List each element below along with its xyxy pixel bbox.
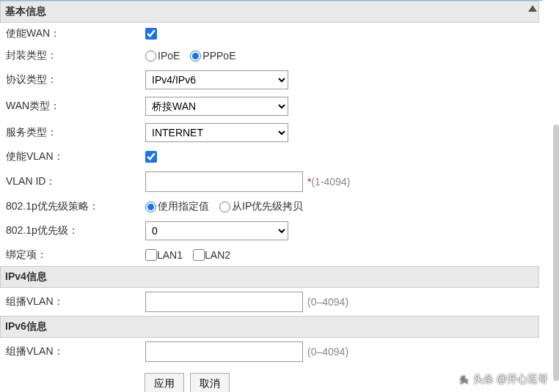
label-protocol: 协议类型： (6, 73, 145, 86)
section-ipv4-info: IPv4信息 (0, 266, 539, 288)
multicast-v6-hint: (0–4094) (307, 346, 348, 358)
label-binding: 绑定项： (6, 248, 145, 262)
scrollbar[interactable] (553, 125, 559, 381)
radio-pppoe[interactable] (190, 51, 201, 62)
radio-copy-from-ip-label[interactable]: 从IP优先级拷贝 (219, 200, 303, 213)
label-enable-wan: 使能WAN： (6, 27, 145, 40)
protocol-select[interactable]: IPv4/IPv6 (145, 70, 288, 89)
label-encapsulation: 封装类型： (6, 49, 145, 62)
collapse-up-icon[interactable] (528, 5, 537, 12)
radio-ipoe-text: IPoE (158, 50, 180, 62)
lan2-label[interactable]: LAN2 (193, 249, 230, 261)
section-ipv6-info: IPv6信息 (0, 316, 539, 338)
vlan-id-input[interactable] (145, 171, 303, 192)
apply-button[interactable]: 应用 (145, 373, 184, 392)
priority-select[interactable]: 0 (145, 221, 288, 240)
enable-wan-checkbox[interactable] (145, 28, 157, 40)
vlan-id-hint: *(1-4094) (307, 176, 350, 188)
label-enable-vlan: 使能VLAN： (6, 150, 145, 163)
label-wan-type: WAN类型： (6, 100, 145, 113)
watermark-icon: 头 (458, 374, 470, 385)
lan2-text: LAN2 (205, 249, 230, 261)
radio-use-specified-label[interactable]: 使用指定值 (145, 200, 209, 213)
radio-ipoe-label[interactable]: IPoE (145, 50, 180, 62)
watermark: 头 头条 @开心逗哥 (458, 373, 548, 386)
multicast-vlan-v4-input[interactable] (145, 292, 303, 312)
lan1-label[interactable]: LAN1 (145, 249, 183, 261)
enable-vlan-checkbox[interactable] (145, 151, 157, 163)
wan-type-select[interactable]: 桥接WAN (145, 97, 288, 116)
label-service-type: 服务类型： (6, 126, 145, 139)
section-basic-info: 基本信息 (0, 1, 539, 23)
multicast-v4-hint: (0–4094) (307, 296, 348, 308)
radio-pppoe-text: PPPoE (202, 50, 235, 62)
label-priority-policy: 802.1p优先级策略： (6, 200, 145, 213)
label-multicast-vlan-v4: 组播VLAN： (6, 295, 145, 308)
cancel-button[interactable]: 取消 (190, 373, 230, 392)
label-multicast-vlan-v6: 组播VLAN： (6, 345, 145, 358)
watermark-text: 头条 @开心逗哥 (473, 373, 548, 386)
radio-copy-from-ip[interactable] (219, 201, 230, 212)
lan2-checkbox[interactable] (193, 249, 205, 261)
radio-pppoe-label[interactable]: PPPoE (190, 50, 235, 62)
radio-copy-from-ip-text: 从IP优先级拷贝 (232, 200, 303, 213)
radio-use-specified-text: 使用指定值 (158, 200, 209, 213)
radio-use-specified[interactable] (145, 201, 156, 212)
label-priority: 802.1p优先级： (6, 224, 145, 237)
lan1-checkbox[interactable] (145, 249, 157, 261)
service-type-select[interactable]: INTERNET (145, 123, 288, 142)
radio-ipoe[interactable] (145, 51, 156, 62)
label-vlan-id: VLAN ID： (6, 175, 145, 188)
lan1-text: LAN1 (157, 249, 183, 261)
multicast-vlan-v6-input[interactable] (145, 341, 303, 362)
